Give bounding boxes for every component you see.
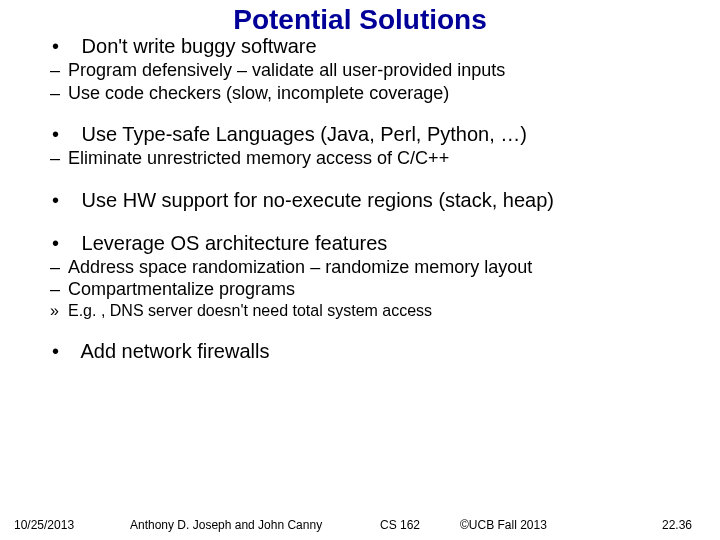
bullet-item: Use HW support for no-execute regions (s… xyxy=(50,188,690,213)
sub-text: Program defensively – validate all user-… xyxy=(68,60,505,80)
sub-item: Address space randomization – randomize … xyxy=(50,256,690,279)
bullet-text: Use Type-safe Languages (Java, Perl, Pyt… xyxy=(82,123,527,145)
footer-copyright: ©UCB Fall 2013 xyxy=(460,518,547,532)
footer-date: 10/25/2013 xyxy=(14,518,74,532)
footer-page: 22.36 xyxy=(662,518,692,532)
sub-text: Eliminate unrestricted memory access of … xyxy=(68,148,449,168)
sub-item: Program defensively – validate all user-… xyxy=(50,59,690,82)
subsub-item: E.g. , DNS server doesn't need total sys… xyxy=(50,301,690,321)
bullet-item: Use Type-safe Languages (Java, Perl, Pyt… xyxy=(50,122,690,170)
footer-author: Anthony D. Joseph and John Canny xyxy=(130,518,322,532)
slide-title: Potential Solutions xyxy=(0,4,720,36)
subsub-text: E.g. , DNS server doesn't need total sys… xyxy=(68,302,432,319)
sub-item: Compartmentalize programs E.g. , DNS ser… xyxy=(50,278,690,321)
bullet-text: Add network firewalls xyxy=(80,340,269,362)
sub-text: Compartmentalize programs xyxy=(68,279,295,299)
slide: Potential Solutions Don't write buggy so… xyxy=(0,0,720,540)
bullet-text: Don't write buggy software xyxy=(82,35,317,57)
sub-item: Use code checkers (slow, incomplete cove… xyxy=(50,82,690,105)
slide-footer: 10/25/2013 Anthony D. Joseph and John Ca… xyxy=(0,518,720,534)
bullet-text: Use HW support for no-execute regions (s… xyxy=(82,189,554,211)
footer-course: CS 162 xyxy=(380,518,420,532)
bullet-item: Add network firewalls xyxy=(50,339,690,364)
sub-text: Address space randomization – randomize … xyxy=(68,257,532,277)
bullet-text: Leverage OS architecture features xyxy=(82,232,388,254)
slide-content: Don't write buggy software Program defen… xyxy=(50,34,690,382)
bullet-item: Leverage OS architecture features Addres… xyxy=(50,231,690,321)
sub-text: Use code checkers (slow, incomplete cove… xyxy=(68,83,449,103)
bullet-item: Don't write buggy software Program defen… xyxy=(50,34,690,104)
sub-item: Eliminate unrestricted memory access of … xyxy=(50,147,690,170)
